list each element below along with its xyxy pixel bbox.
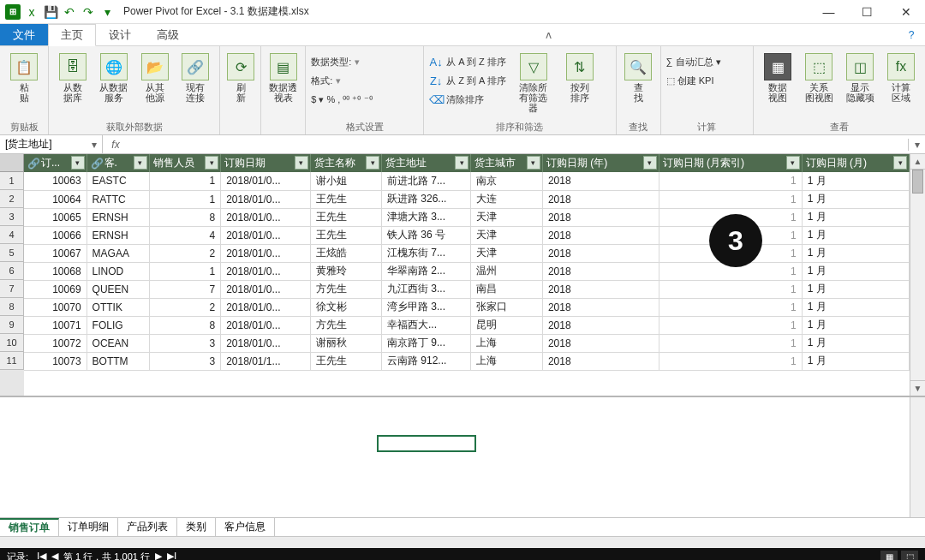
cell[interactable]: 1 月: [802, 334, 909, 352]
calc-area-button[interactable]: fx计算 区域: [882, 51, 920, 104]
autosum-button[interactable]: ∑ 自动汇总 ▾: [666, 53, 721, 70]
cell[interactable]: LINOD: [87, 262, 149, 280]
cell[interactable]: 1 月: [802, 262, 909, 280]
sort-za-button[interactable]: Z↓从 Z 到 A 排序: [429, 72, 506, 89]
cell[interactable]: 谢小姐: [310, 172, 382, 190]
tab-home[interactable]: 主页: [48, 24, 96, 46]
cell[interactable]: 1 月: [802, 208, 909, 226]
cell[interactable]: 2018/01/0...: [221, 244, 310, 262]
row-header[interactable]: 11: [0, 352, 24, 370]
show-hidden-button[interactable]: ◫显示 隐藏项: [841, 51, 879, 104]
filter-dropdown-icon[interactable]: ▾: [527, 156, 540, 170]
scroll-thumb[interactable]: [912, 170, 923, 194]
cell[interactable]: 上海: [471, 352, 543, 370]
filter-dropdown-icon[interactable]: ▾: [786, 156, 800, 170]
filter-dropdown-icon[interactable]: ▾: [71, 156, 85, 170]
cell[interactable]: 8: [149, 316, 221, 334]
select-all-corner[interactable]: [0, 154, 24, 172]
cell[interactable]: 2018/01/1...: [221, 352, 310, 370]
cell[interactable]: 2018: [542, 244, 659, 262]
cell[interactable]: 九江西街 3...: [382, 280, 471, 298]
cell[interactable]: 1: [659, 334, 802, 352]
cell[interactable]: MAGAA: [87, 244, 149, 262]
table-row[interactable]: 10070OTTIK22018/01/0...徐文彬湾乡甲路 3...张家口20…: [24, 298, 910, 316]
sheet-tab[interactable]: 订单明细: [59, 518, 118, 536]
cell[interactable]: 2018: [542, 190, 659, 208]
table-row[interactable]: 10065ERNSH82018/01/0...王先生津塘大路 3...天津201…: [24, 208, 910, 226]
cell[interactable]: 1: [659, 280, 802, 298]
cell[interactable]: 南京路丁 9...: [382, 334, 471, 352]
cell[interactable]: 上海: [471, 334, 543, 352]
cell[interactable]: 1: [659, 298, 802, 316]
cell[interactable]: 8: [149, 208, 221, 226]
qat-dropdown-icon[interactable]: ▾: [99, 4, 115, 20]
nav-first-icon[interactable]: Ⅰ◀: [37, 551, 46, 561]
help-icon[interactable]: ?: [904, 24, 925, 45]
from-other-button[interactable]: 📂从其 他源: [136, 51, 174, 104]
filter-dropdown-icon[interactable]: ▾: [893, 156, 907, 170]
scroll-down-icon[interactable]: ▼: [910, 380, 925, 396]
cell[interactable]: 2018: [542, 208, 659, 226]
nav-next-icon[interactable]: ▶: [155, 551, 162, 561]
nav-prev-icon[interactable]: ◀: [51, 551, 58, 561]
row-header[interactable]: 9: [0, 316, 24, 334]
cell[interactable]: 1: [659, 190, 802, 208]
data-view-button[interactable]: ▦数据 视图: [759, 51, 797, 104]
cell[interactable]: 江槐东街 7...: [382, 244, 471, 262]
cell[interactable]: 1 月: [802, 280, 909, 298]
column-header[interactable]: 订购日期▾: [221, 154, 310, 172]
sheet-tab[interactable]: 产品列表: [118, 518, 177, 536]
format-dropdown[interactable]: 格式:▾: [311, 72, 372, 89]
excel-icon[interactable]: x: [24, 4, 39, 20]
cell[interactable]: 天津: [471, 226, 543, 244]
table-row[interactable]: 10067MAGAA22018/01/0...王炫皓江槐东街 7...天津201…: [24, 244, 910, 262]
cell[interactable]: 黄雅玲: [310, 262, 382, 280]
cell[interactable]: 2018: [542, 172, 659, 190]
table-row[interactable]: 10063EASTC12018/01/0...谢小姐前进北路 7...南京201…: [24, 172, 910, 190]
cell[interactable]: 2018/01/0...: [221, 172, 310, 190]
cell[interactable]: 2: [149, 244, 221, 262]
filter-dropdown-icon[interactable]: ▾: [643, 156, 657, 170]
filter-dropdown-icon[interactable]: ▾: [205, 156, 218, 170]
cell[interactable]: 2018/01/0...: [221, 280, 310, 298]
clear-filters-button[interactable]: ▽清除所 有筛选器: [515, 51, 552, 115]
cell[interactable]: 2018/01/0...: [221, 208, 310, 226]
from-service-button[interactable]: 🌐从数据 服务: [95, 51, 133, 104]
cell[interactable]: 3: [149, 334, 221, 352]
column-header[interactable]: 🔗客.▾: [87, 154, 149, 172]
cell[interactable]: 10068: [24, 262, 87, 280]
maximize-button[interactable]: ☐: [848, 0, 886, 24]
horizontal-scrollbar[interactable]: [0, 536, 925, 548]
name-box[interactable]: [货主地址] ▾: [0, 135, 103, 153]
cell[interactable]: FOLIG: [87, 316, 149, 334]
row-header[interactable]: 4: [0, 226, 24, 244]
save-icon[interactable]: 💾: [43, 4, 58, 20]
row-header[interactable]: 10: [0, 334, 24, 352]
clear-sort-button[interactable]: ⌫清除排序: [429, 91, 506, 108]
calc-area[interactable]: [0, 396, 925, 517]
cell[interactable]: ERNSH: [87, 226, 149, 244]
cell[interactable]: 昆明: [471, 316, 543, 334]
table-row[interactable]: 10066ERNSH42018/01/0...王先生铁人路 36 号天津2018…: [24, 226, 910, 244]
column-header[interactable]: 货主地址▾: [382, 154, 471, 172]
cell[interactable]: 华翠南路 2...: [382, 262, 471, 280]
column-header[interactable]: 货主名称▾: [310, 154, 382, 172]
cell[interactable]: 王先生: [310, 226, 382, 244]
cell[interactable]: 10063: [24, 172, 87, 190]
tab-file[interactable]: 文件: [0, 24, 48, 45]
filter-dropdown-icon[interactable]: ▾: [366, 156, 379, 170]
tab-design[interactable]: 设计: [96, 24, 144, 45]
table-row[interactable]: 10069QUEEN72018/01/0...方先生九江西街 3...南昌201…: [24, 280, 910, 298]
cell[interactable]: 1 月: [802, 244, 909, 262]
cell[interactable]: 2018/01/0...: [221, 298, 310, 316]
sheet-tab[interactable]: 销售订单: [0, 518, 59, 536]
paste-button[interactable]: 📋 粘 贴: [5, 51, 43, 104]
from-database-button[interactable]: 🗄从数 据库: [54, 51, 92, 104]
cell[interactable]: 10064: [24, 190, 87, 208]
sheet-tab[interactable]: 类别: [177, 518, 216, 536]
cell[interactable]: 2018: [542, 352, 659, 370]
diagram-view-button[interactable]: ⬚关系 图视图: [800, 51, 838, 104]
cell[interactable]: 温州: [471, 262, 543, 280]
cell[interactable]: 4: [149, 226, 221, 244]
column-header[interactable]: 订购日期 (月)▾: [802, 154, 909, 172]
